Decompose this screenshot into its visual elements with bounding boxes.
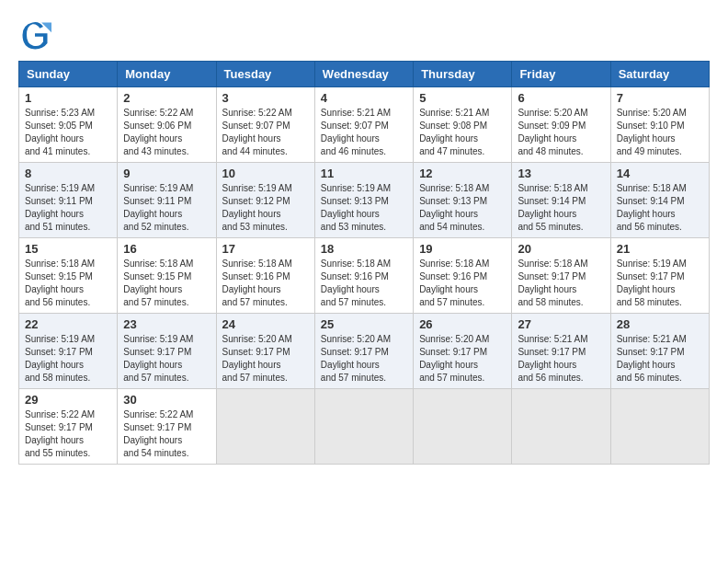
calendar-cell-day-23: 23Sunrise: 5:19 AMSunset: 9:17 PMDayligh… <box>118 314 216 389</box>
day-number: 28 <box>617 317 703 331</box>
day-number: 23 <box>123 317 210 331</box>
calendar-week-3: 15Sunrise: 5:18 AMSunset: 9:15 PMDayligh… <box>19 238 710 314</box>
day-number: 7 <box>617 91 703 105</box>
calendar-cell-day-12: 12Sunrise: 5:18 AMSunset: 9:13 PMDayligh… <box>414 163 512 238</box>
calendar-cell-day-5: 5Sunrise: 5:21 AMSunset: 9:08 PMDaylight… <box>414 87 512 163</box>
calendar-cell-day-6: 6Sunrise: 5:20 AMSunset: 9:09 PMDaylight… <box>512 87 610 163</box>
day-info: Sunrise: 5:19 AMSunset: 9:11 PMDaylight … <box>25 183 95 232</box>
day-number: 29 <box>25 393 111 407</box>
day-info: Sunrise: 5:19 AMSunset: 9:11 PMDaylight … <box>123 183 193 232</box>
day-number: 2 <box>123 91 210 105</box>
day-info: Sunrise: 5:21 AMSunset: 9:08 PMDaylight … <box>419 108 489 156</box>
day-info: Sunrise: 5:18 AMSunset: 9:17 PMDaylight … <box>518 259 587 307</box>
header-sunday: Sunday <box>19 62 118 87</box>
day-info: Sunrise: 5:21 AMSunset: 9:17 PMDaylight … <box>518 334 587 383</box>
day-number: 6 <box>518 91 604 105</box>
day-number: 11 <box>321 167 407 180</box>
day-info: Sunrise: 5:22 AMSunset: 9:17 PMDaylight … <box>25 409 95 458</box>
header-friday: Friday <box>512 62 610 87</box>
header-thursday: Thursday <box>414 62 512 87</box>
calendar-cell-day-16: 16Sunrise: 5:18 AMSunset: 9:15 PMDayligh… <box>118 238 216 314</box>
day-info: Sunrise: 5:19 AMSunset: 9:17 PMDaylight … <box>617 259 687 307</box>
day-number: 22 <box>25 317 111 331</box>
day-number: 8 <box>25 167 111 180</box>
day-info: Sunrise: 5:20 AMSunset: 9:17 PMDaylight … <box>321 334 391 383</box>
day-info: Sunrise: 5:19 AMSunset: 9:13 PMDaylight … <box>321 183 391 232</box>
day-info: Sunrise: 5:18 AMSunset: 9:14 PMDaylight … <box>518 183 587 232</box>
day-number: 16 <box>123 242 210 256</box>
day-number: 1 <box>25 91 111 105</box>
day-number: 24 <box>222 317 309 331</box>
day-info: Sunrise: 5:21 AMSunset: 9:07 PMDaylight … <box>321 108 391 156</box>
day-number: 26 <box>419 317 506 331</box>
day-number: 12 <box>419 167 506 180</box>
calendar-cell-empty <box>610 389 709 465</box>
calendar-week-4: 22Sunrise: 5:19 AMSunset: 9:17 PMDayligh… <box>19 314 710 389</box>
day-info: Sunrise: 5:22 AMSunset: 9:17 PMDaylight … <box>123 409 193 458</box>
calendar-cell-day-11: 11Sunrise: 5:19 AMSunset: 9:13 PMDayligh… <box>314 163 413 238</box>
calendar-cell-day-7: 7Sunrise: 5:20 AMSunset: 9:10 PMDaylight… <box>610 87 709 163</box>
calendar-cell-day-21: 21Sunrise: 5:19 AMSunset: 9:17 PMDayligh… <box>610 238 709 314</box>
day-number: 5 <box>419 91 506 105</box>
day-number: 14 <box>617 167 703 180</box>
calendar-cell-empty <box>216 389 314 465</box>
calendar-cell-day-29: 29Sunrise: 5:22 AMSunset: 9:17 PMDayligh… <box>19 389 118 465</box>
day-info: Sunrise: 5:18 AMSunset: 9:16 PMDaylight … <box>321 259 391 307</box>
calendar-cell-day-30: 30Sunrise: 5:22 AMSunset: 9:17 PMDayligh… <box>118 389 216 465</box>
day-info: Sunrise: 5:20 AMSunset: 9:09 PMDaylight … <box>518 108 587 156</box>
calendar-cell-day-25: 25Sunrise: 5:20 AMSunset: 9:17 PMDayligh… <box>314 314 413 389</box>
header-wednesday: Wednesday <box>314 62 413 87</box>
calendar-cell-day-14: 14Sunrise: 5:18 AMSunset: 9:14 PMDayligh… <box>610 163 709 238</box>
calendar-cell-day-13: 13Sunrise: 5:18 AMSunset: 9:14 PMDayligh… <box>512 163 610 238</box>
day-info: Sunrise: 5:18 AMSunset: 9:16 PMDaylight … <box>222 259 292 307</box>
calendar-cell-day-26: 26Sunrise: 5:20 AMSunset: 9:17 PMDayligh… <box>414 314 512 389</box>
calendar-cell-day-15: 15Sunrise: 5:18 AMSunset: 9:15 PMDayligh… <box>19 238 118 314</box>
day-number: 3 <box>222 91 309 105</box>
day-number: 18 <box>321 242 407 256</box>
calendar-cell-day-4: 4Sunrise: 5:21 AMSunset: 9:07 PMDaylight… <box>314 87 413 163</box>
calendar-cell-day-22: 22Sunrise: 5:19 AMSunset: 9:17 PMDayligh… <box>19 314 118 389</box>
day-info: Sunrise: 5:18 AMSunset: 9:15 PMDaylight … <box>25 259 95 307</box>
calendar-cell-day-24: 24Sunrise: 5:20 AMSunset: 9:17 PMDayligh… <box>216 314 314 389</box>
calendar-cell-day-3: 3Sunrise: 5:22 AMSunset: 9:07 PMDaylight… <box>216 87 314 163</box>
logo-icon <box>18 18 51 52</box>
calendar-cell-day-1: 1Sunrise: 5:23 AMSunset: 9:05 PMDaylight… <box>19 87 118 163</box>
day-info: Sunrise: 5:18 AMSunset: 9:16 PMDaylight … <box>419 259 489 307</box>
day-number: 19 <box>419 242 506 256</box>
day-number: 30 <box>123 393 210 407</box>
day-info: Sunrise: 5:19 AMSunset: 9:17 PMDaylight … <box>25 334 95 383</box>
day-info: Sunrise: 5:18 AMSunset: 9:13 PMDaylight … <box>419 183 489 232</box>
calendar-cell-empty <box>512 389 610 465</box>
day-info: Sunrise: 5:22 AMSunset: 9:07 PMDaylight … <box>222 108 292 156</box>
calendar-week-1: 1Sunrise: 5:23 AMSunset: 9:05 PMDaylight… <box>19 87 710 163</box>
day-number: 25 <box>321 317 407 331</box>
calendar-cell-day-17: 17Sunrise: 5:18 AMSunset: 9:16 PMDayligh… <box>216 238 314 314</box>
day-number: 21 <box>617 242 703 256</box>
calendar-cell-empty <box>414 389 512 465</box>
logo <box>18 18 55 52</box>
calendar-cell-day-10: 10Sunrise: 5:19 AMSunset: 9:12 PMDayligh… <box>216 163 314 238</box>
day-info: Sunrise: 5:20 AMSunset: 9:10 PMDaylight … <box>617 108 687 156</box>
day-info: Sunrise: 5:18 AMSunset: 9:15 PMDaylight … <box>123 259 193 307</box>
day-number: 9 <box>123 167 210 180</box>
day-info: Sunrise: 5:22 AMSunset: 9:06 PMDaylight … <box>123 108 193 156</box>
calendar-week-5: 29Sunrise: 5:22 AMSunset: 9:17 PMDayligh… <box>19 389 710 465</box>
day-number: 17 <box>222 242 309 256</box>
calendar-table: SundayMondayTuesdayWednesdayThursdayFrid… <box>18 61 710 465</box>
page-header <box>18 18 710 52</box>
calendar-cell-day-28: 28Sunrise: 5:21 AMSunset: 9:17 PMDayligh… <box>610 314 709 389</box>
calendar-cell-day-9: 9Sunrise: 5:19 AMSunset: 9:11 PMDaylight… <box>118 163 216 238</box>
header-saturday: Saturday <box>610 62 709 87</box>
day-info: Sunrise: 5:23 AMSunset: 9:05 PMDaylight … <box>25 108 95 156</box>
calendar-week-2: 8Sunrise: 5:19 AMSunset: 9:11 PMDaylight… <box>19 163 710 238</box>
day-info: Sunrise: 5:21 AMSunset: 9:17 PMDaylight … <box>617 334 687 383</box>
day-number: 4 <box>321 91 407 105</box>
calendar-cell-day-27: 27Sunrise: 5:21 AMSunset: 9:17 PMDayligh… <box>512 314 610 389</box>
day-info: Sunrise: 5:19 AMSunset: 9:12 PMDaylight … <box>222 183 292 232</box>
day-info: Sunrise: 5:20 AMSunset: 9:17 PMDaylight … <box>222 334 292 383</box>
calendar-cell-day-18: 18Sunrise: 5:18 AMSunset: 9:16 PMDayligh… <box>314 238 413 314</box>
day-number: 27 <box>518 317 604 331</box>
calendar-cell-day-19: 19Sunrise: 5:18 AMSunset: 9:16 PMDayligh… <box>414 238 512 314</box>
calendar-cell-day-20: 20Sunrise: 5:18 AMSunset: 9:17 PMDayligh… <box>512 238 610 314</box>
day-info: Sunrise: 5:20 AMSunset: 9:17 PMDaylight … <box>419 334 489 383</box>
